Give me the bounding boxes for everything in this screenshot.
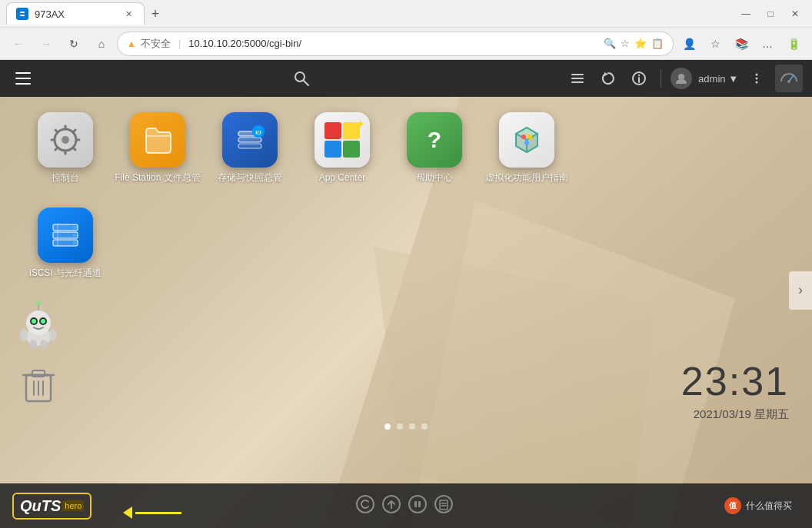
browser-toolbar: ← → ↻ ⌂ ▲ 不安全 | 10.10.10.20:5000/cgi-bin… [0,28,812,60]
clock-time: 23:31 [681,358,789,404]
topbar-more-icon[interactable] [744,66,769,91]
svg-point-67 [357,496,374,513]
svg-point-17 [787,80,790,83]
browser-frame: 973AX ✕ + — □ ✕ ← → ↻ ⌂ ▲ 不安全 | 10.10.10… [0,0,812,528]
toolbar-right: 👤 ☆ 📚 … 🔋 [677,32,806,56]
app-icon-virtualization[interactable]: 虚拟化功能用户指南 [492,112,561,184]
desktop-next-button[interactable]: › [789,271,812,310]
robot-mascot[interactable] [12,297,65,350]
svg-point-3 [295,72,304,81]
bottom-icon-pause[interactable] [408,494,428,517]
svg-point-39 [527,134,532,139]
refresh-button[interactable]: ↻ [62,32,86,56]
desktop: admin ▼ [0,60,812,528]
menu-line-2 [15,78,31,79]
home-button[interactable]: ⌂ [89,32,114,56]
quts-logo[interactable]: QuTS hero [12,493,92,520]
collections-button[interactable]: 📚 [729,32,754,56]
performance-button[interactable]: 🔋 [781,32,806,56]
bottom-taskbar: QuTS hero [0,483,812,528]
app-icon-storage[interactable]: IO 存储与快照总管 [215,112,285,184]
quts-text: QuTS [20,497,61,515]
desktop-dot-4[interactable] [421,423,428,430]
topbar-right: admin ▼ [565,65,803,92]
trash-icon[interactable] [19,366,58,404]
svg-point-11 [638,75,640,76]
arrow-annotation [123,506,181,519]
topbar-speed-widget[interactable] [775,65,803,92]
file-station-label: File Station 文件总管 [115,172,200,184]
svg-rect-2 [20,15,25,16]
topbar-center [43,65,559,92]
svg-point-55 [36,301,41,306]
bottom-icon-clipboard[interactable] [434,494,454,517]
app-content: admin ▼ [0,60,812,528]
svg-point-52 [32,319,36,324]
tab-close-button[interactable]: ✕ [122,8,135,20]
svg-point-13 [756,74,758,76]
browser-tab[interactable]: 973AX ✕ [6,2,145,25]
app-icon-file-station[interactable]: File Station 文件总管 [123,112,192,184]
favorites-button[interactable]: ☆ [703,32,727,56]
bottom-icon-copyright[interactable] [355,494,375,517]
settings-menu-button[interactable]: … [755,32,780,56]
app-topbar: admin ▼ [0,60,812,97]
address-icon-group: 🔍 ☆ ⭐ 📋 [604,38,664,49]
bookmark-icon: ☆ [621,38,630,49]
maximize-button[interactable]: □ [760,3,781,25]
desktop-dot-3[interactable] [409,423,415,430]
address-bar[interactable]: ▲ 不安全 | 10.10.10.20:5000/cgi-bin/ 🔍 ☆ ⭐ … [117,32,674,56]
desktop-dot-2[interactable] [397,423,403,430]
svg-point-49 [26,310,51,335]
svg-point-58 [29,340,37,349]
address-separator: | [178,38,181,49]
bottom-right: 值 什么值得买 [717,494,800,517]
profile-button[interactable]: 👤 [677,32,701,56]
topbar-refresh-icon[interactable] [596,66,621,91]
minimize-button[interactable]: — [735,3,757,25]
new-tab-button[interactable]: + [145,3,166,25]
back-button[interactable]: ← [6,32,31,56]
tab-title: 973AX [35,8,65,20]
bottom-icon-upload[interactable] [381,494,401,517]
forward-button[interactable]: → [34,32,58,56]
app-icon-app-center[interactable]: ✦ App Center [308,112,377,184]
collection-icon: 📋 [651,38,664,49]
svg-point-56 [20,329,28,341]
admin-label[interactable]: admin ▼ [698,73,738,85]
badge-circle-icon: 值 [724,497,741,514]
menu-line-1 [15,72,31,74]
topbar-files-icon[interactable] [565,66,590,91]
quts-hero-badge: hero [62,500,84,511]
url-text: 10.10.10.20:5000/cgi-bin/ [188,38,599,49]
app-icon-help-center[interactable]: ? 帮助中心 [400,112,469,184]
svg-rect-29 [238,138,261,142]
window-controls: — □ ✕ [735,3,806,25]
app-icons-container: 控制台 File Station 文件总管 [0,97,615,294]
svg-point-38 [521,134,526,139]
svg-point-59 [40,340,48,349]
topbar-search-button[interactable] [288,65,315,92]
svg-rect-0 [18,10,26,18]
help-center-label: 帮助中心 [416,172,453,184]
hamburger-menu-button[interactable] [9,65,37,92]
badge-label: 什么值得买 [746,500,792,513]
close-button[interactable]: ✕ [784,3,806,25]
svg-point-53 [41,319,45,324]
clock-area: 23:31 2021/03/19 星期五 [681,358,789,422]
virtualization-label: 虚拟化功能用户指南 [485,172,568,184]
svg-point-57 [49,329,57,341]
favorites-icon: ⭐ [634,38,647,49]
storage-icon: IO [222,112,278,168]
tab-area: 973AX ✕ + [6,2,729,25]
svg-text:IO: IO [255,130,261,135]
tab-favicon [16,8,28,20]
svg-rect-30 [238,144,261,148]
clock-date: 2021/03/19 星期五 [681,407,789,422]
desktop-dot-1[interactable] [384,423,391,430]
bottom-logo-badge[interactable]: 值 什么值得买 [717,494,800,517]
topbar-info-icon[interactable] [627,66,651,91]
svg-point-15 [756,81,758,84]
user-avatar[interactable] [671,68,692,89]
svg-rect-71 [418,501,421,507]
